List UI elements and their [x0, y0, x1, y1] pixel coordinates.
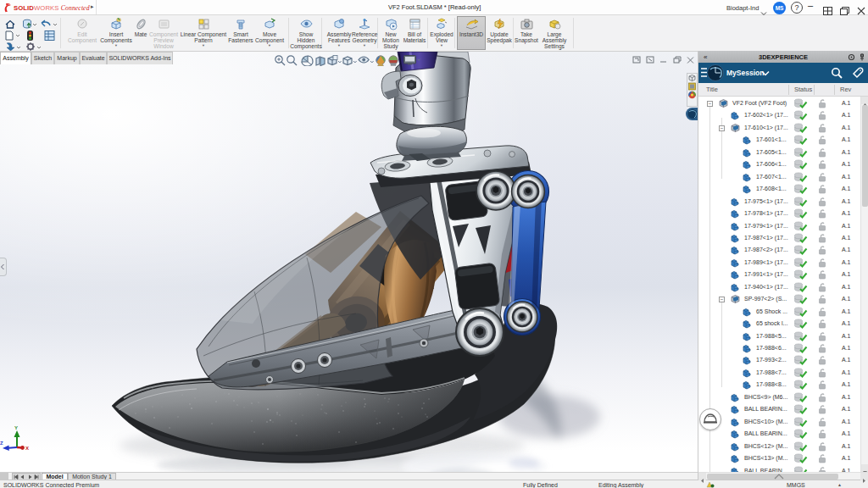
svg-text:MySession: MySession — [726, 69, 764, 77]
svg-text:Z: Z — [0, 441, 3, 446]
svg-text:Y: Y — [14, 425, 18, 430]
svg-text:X: X — [25, 446, 29, 451]
